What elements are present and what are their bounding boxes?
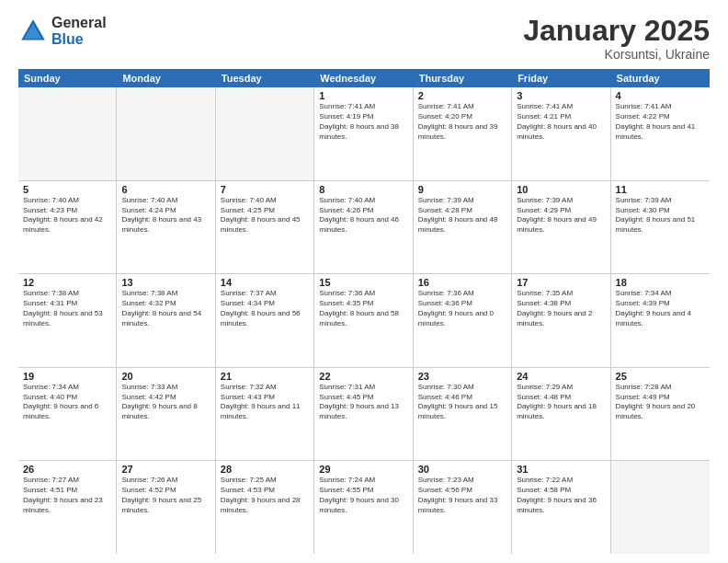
- cell-info: Sunrise: 7:32 AM Sunset: 4:43 PM Dayligh…: [221, 383, 309, 422]
- day-number: 30: [418, 464, 506, 475]
- weekday-header: Tuesday: [216, 69, 314, 87]
- calendar-cell: 8Sunrise: 7:40 AM Sunset: 4:26 PM Daylig…: [314, 181, 413, 274]
- day-number: 9: [418, 184, 506, 195]
- calendar-cell: [117, 87, 215, 180]
- calendar-cell: [611, 461, 710, 554]
- weekday-header: Wednesday: [314, 69, 413, 87]
- cell-info: Sunrise: 7:38 AM Sunset: 4:31 PM Dayligh…: [23, 289, 111, 328]
- calendar-cell: 9Sunrise: 7:39 AM Sunset: 4:28 PM Daylig…: [414, 181, 512, 274]
- calendar-header: SundayMondayTuesdayWednesdayThursdayFrid…: [18, 69, 710, 87]
- cell-info: Sunrise: 7:40 AM Sunset: 4:24 PM Dayligh…: [121, 196, 210, 236]
- day-number: 25: [616, 371, 705, 382]
- logo-general-label: General: [51, 15, 107, 31]
- calendar-cell: 11Sunrise: 7:39 AM Sunset: 4:30 PM Dayli…: [611, 181, 710, 274]
- day-number: 29: [319, 464, 407, 475]
- cell-info: Sunrise: 7:39 AM Sunset: 4:30 PM Dayligh…: [616, 196, 705, 236]
- day-number: 11: [616, 184, 705, 195]
- calendar-cell: 17Sunrise: 7:35 AM Sunset: 4:38 PM Dayli…: [512, 274, 610, 367]
- calendar-cell: 26Sunrise: 7:27 AM Sunset: 4:51 PM Dayli…: [18, 461, 117, 554]
- cell-info: Sunrise: 7:34 AM Sunset: 4:39 PM Dayligh…: [616, 289, 705, 328]
- calendar-cell: 10Sunrise: 7:39 AM Sunset: 4:29 PM Dayli…: [512, 181, 610, 274]
- day-number: 16: [418, 277, 506, 288]
- calendar-cell: 23Sunrise: 7:30 AM Sunset: 4:46 PM Dayli…: [414, 368, 512, 461]
- weekday-header: Sunday: [18, 69, 117, 87]
- day-number: 18: [616, 277, 705, 288]
- day-number: 21: [221, 371, 309, 382]
- calendar-cell: 19Sunrise: 7:34 AM Sunset: 4:40 PM Dayli…: [18, 368, 117, 461]
- day-number: 20: [121, 371, 210, 382]
- calendar-cell: 21Sunrise: 7:32 AM Sunset: 4:43 PM Dayli…: [216, 368, 314, 461]
- cell-info: Sunrise: 7:28 AM Sunset: 4:49 PM Dayligh…: [616, 383, 705, 422]
- calendar-cell: 1Sunrise: 7:41 AM Sunset: 4:19 PM Daylig…: [314, 87, 413, 180]
- header: General Blue January 2025 Korsuntsi, Ukr…: [18, 15, 710, 62]
- cell-info: Sunrise: 7:36 AM Sunset: 4:35 PM Dayligh…: [319, 289, 407, 328]
- day-number: 4: [616, 90, 705, 101]
- calendar-cell: 31Sunrise: 7:22 AM Sunset: 4:58 PM Dayli…: [512, 461, 610, 554]
- weekday-header: Friday: [512, 69, 610, 87]
- day-number: 17: [517, 277, 605, 288]
- cell-info: Sunrise: 7:30 AM Sunset: 4:46 PM Dayligh…: [418, 383, 506, 422]
- calendar-cell: 25Sunrise: 7:28 AM Sunset: 4:49 PM Dayli…: [611, 368, 710, 461]
- cell-info: Sunrise: 7:37 AM Sunset: 4:34 PM Dayligh…: [221, 289, 309, 328]
- day-number: 12: [23, 277, 111, 288]
- calendar-cell: 20Sunrise: 7:33 AM Sunset: 4:42 PM Dayli…: [117, 368, 215, 461]
- day-number: 7: [221, 184, 309, 195]
- calendar-cell: 4Sunrise: 7:41 AM Sunset: 4:22 PM Daylig…: [611, 87, 710, 180]
- cell-info: Sunrise: 7:39 AM Sunset: 4:29 PM Dayligh…: [517, 196, 605, 236]
- calendar-body: 1Sunrise: 7:41 AM Sunset: 4:19 PM Daylig…: [18, 87, 710, 554]
- day-number: 22: [319, 371, 407, 382]
- calendar-row: 5Sunrise: 7:40 AM Sunset: 4:23 PM Daylig…: [18, 181, 710, 275]
- weekday-header: Thursday: [414, 69, 512, 87]
- logo-text: General Blue: [51, 15, 107, 47]
- calendar-cell: 3Sunrise: 7:41 AM Sunset: 4:21 PM Daylig…: [512, 87, 610, 180]
- cell-info: Sunrise: 7:27 AM Sunset: 4:51 PM Dayligh…: [23, 476, 111, 515]
- calendar-cell: 29Sunrise: 7:24 AM Sunset: 4:55 PM Dayli…: [314, 461, 413, 554]
- day-number: 14: [221, 277, 309, 288]
- cell-info: Sunrise: 7:41 AM Sunset: 4:22 PM Dayligh…: [616, 102, 705, 142]
- cell-info: Sunrise: 7:31 AM Sunset: 4:45 PM Dayligh…: [319, 383, 407, 422]
- subtitle: Korsuntsi, Ukraine: [523, 47, 710, 62]
- day-number: 24: [517, 371, 605, 382]
- cell-info: Sunrise: 7:33 AM Sunset: 4:42 PM Dayligh…: [121, 383, 210, 422]
- title-section: January 2025 Korsuntsi, Ukraine: [523, 15, 710, 62]
- day-number: 1: [319, 90, 407, 101]
- day-number: 13: [121, 277, 210, 288]
- day-number: 10: [517, 184, 605, 195]
- day-number: 3: [517, 90, 605, 101]
- day-number: 28: [221, 464, 309, 475]
- calendar-cell: [216, 87, 314, 180]
- calendar-cell: 24Sunrise: 7:29 AM Sunset: 4:48 PM Dayli…: [512, 368, 610, 461]
- cell-info: Sunrise: 7:41 AM Sunset: 4:21 PM Dayligh…: [517, 102, 605, 142]
- day-number: 27: [121, 464, 210, 475]
- calendar-cell: 27Sunrise: 7:26 AM Sunset: 4:52 PM Dayli…: [117, 461, 215, 554]
- day-number: 31: [517, 464, 605, 475]
- cell-info: Sunrise: 7:23 AM Sunset: 4:56 PM Dayligh…: [418, 476, 506, 515]
- calendar-cell: 18Sunrise: 7:34 AM Sunset: 4:39 PM Dayli…: [611, 274, 710, 367]
- cell-info: Sunrise: 7:39 AM Sunset: 4:28 PM Dayligh…: [418, 196, 506, 236]
- calendar-row: 19Sunrise: 7:34 AM Sunset: 4:40 PM Dayli…: [18, 368, 710, 462]
- calendar-row: 12Sunrise: 7:38 AM Sunset: 4:31 PM Dayli…: [18, 274, 710, 368]
- calendar-cell: 15Sunrise: 7:36 AM Sunset: 4:35 PM Dayli…: [314, 274, 413, 367]
- day-number: 8: [319, 184, 407, 195]
- cell-info: Sunrise: 7:29 AM Sunset: 4:48 PM Dayligh…: [517, 383, 605, 422]
- cell-info: Sunrise: 7:40 AM Sunset: 4:25 PM Dayligh…: [221, 196, 309, 236]
- day-number: 23: [418, 371, 506, 382]
- calendar: SundayMondayTuesdayWednesdayThursdayFrid…: [18, 69, 710, 554]
- month-title: January 2025: [523, 15, 710, 47]
- logo-icon: [18, 17, 48, 46]
- calendar-row: 1Sunrise: 7:41 AM Sunset: 4:19 PM Daylig…: [18, 87, 710, 181]
- day-number: 26: [23, 464, 111, 475]
- cell-info: Sunrise: 7:24 AM Sunset: 4:55 PM Dayligh…: [319, 476, 407, 515]
- calendar-cell: 5Sunrise: 7:40 AM Sunset: 4:23 PM Daylig…: [18, 181, 117, 274]
- cell-info: Sunrise: 7:22 AM Sunset: 4:58 PM Dayligh…: [517, 476, 605, 515]
- calendar-cell: 30Sunrise: 7:23 AM Sunset: 4:56 PM Dayli…: [414, 461, 512, 554]
- cell-info: Sunrise: 7:38 AM Sunset: 4:32 PM Dayligh…: [121, 289, 210, 328]
- cell-info: Sunrise: 7:41 AM Sunset: 4:19 PM Dayligh…: [319, 102, 407, 142]
- calendar-cell: 12Sunrise: 7:38 AM Sunset: 4:31 PM Dayli…: [18, 274, 117, 367]
- calendar-cell: 2Sunrise: 7:41 AM Sunset: 4:20 PM Daylig…: [414, 87, 512, 180]
- page: General Blue January 2025 Korsuntsi, Ukr…: [0, 0, 728, 563]
- day-number: 2: [418, 90, 506, 101]
- logo: General Blue: [18, 15, 107, 47]
- calendar-cell: 7Sunrise: 7:40 AM Sunset: 4:25 PM Daylig…: [216, 181, 314, 274]
- weekday-header: Monday: [117, 69, 215, 87]
